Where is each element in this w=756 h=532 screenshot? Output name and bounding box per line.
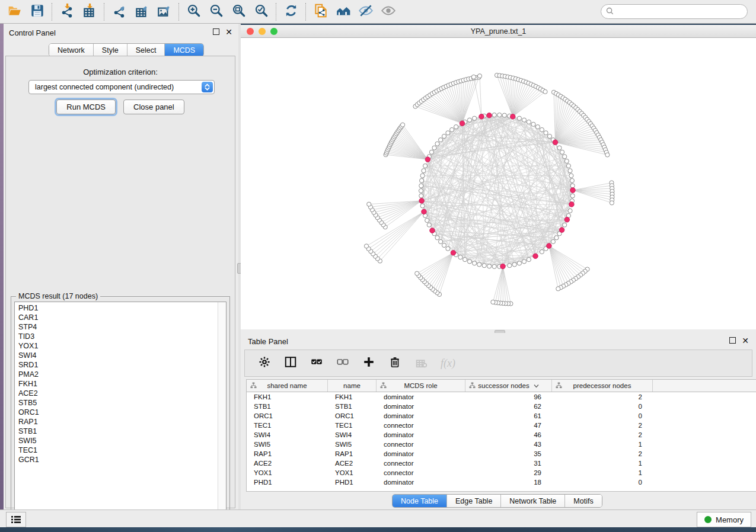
task-history-button[interactable] [6,512,26,527]
hide-selected-icon [358,3,374,21]
mcds-result-title: MCDS result (17 nodes) [16,292,100,300]
deselect-all-button[interactable] [336,355,349,371]
cell: connector [377,469,465,476]
zoom-out-button[interactable] [205,2,228,22]
first-neighbors-icon [336,3,351,21]
table-row[interactable]: RAP1RAP1dominator352 [247,449,756,459]
mcds-result-item[interactable]: TID3 [15,332,226,341]
table-row[interactable]: SWI4SWI4dominator462 [247,430,756,440]
cell: 46 [465,431,552,438]
column-label: predecessor nodes [573,382,631,389]
float-panel-icon[interactable] [213,28,219,35]
delete-row-button[interactable] [388,355,401,371]
mcds-result-item[interactable]: SWI5 [15,436,226,446]
zoom-selected-button[interactable] [250,2,273,22]
tab-style[interactable]: Style [93,44,127,56]
export-network-button[interactable] [108,2,130,22]
column-header-predecessor-nodes[interactable]: predecessor nodes [552,380,653,392]
mcds-list-scrollbar[interactable] [218,302,226,511]
zoom-fit-button[interactable] [228,2,250,22]
delete-row-icon [388,355,401,371]
mcds-result-item[interactable]: STB1 [15,427,226,436]
table-row[interactable]: SWI5SWI5connector431 [247,440,756,449]
import-table-button[interactable] [78,2,101,22]
network-canvas[interactable] [241,38,756,329]
mcds-result-item[interactable]: SWI4 [15,351,226,360]
close-table-panel-icon[interactable]: ✕ [742,338,749,344]
column-header-name[interactable]: name [328,380,377,392]
mcds-result-item[interactable]: RAP1 [15,417,226,427]
close-panel-button[interactable]: Close panel [123,100,184,114]
mcds-result-item[interactable]: PHD1 [15,303,226,313]
run-mcds-button[interactable]: Run MCDS [56,100,116,114]
mcds-result-item[interactable]: PMA2 [15,370,226,379]
table-row[interactable]: TEC1TEC1connector472 [247,421,756,430]
zoom-selected-icon [254,3,269,21]
show-all-button[interactable] [377,2,400,22]
list-icon [11,515,21,524]
columns-button[interactable] [284,355,297,371]
toolbar-separator [305,3,307,21]
duplicate-network-button[interactable] [310,2,332,22]
table-row[interactable]: PHD1PHD1dominator180 [247,477,756,487]
node-attribute-icon [556,382,562,390]
table-row[interactable]: FKH1FKH1dominator962 [247,392,756,402]
mcds-result-item[interactable]: GCR1 [15,455,226,464]
first-neighbors-button[interactable] [332,2,355,22]
sort-indicator-icon[interactable] [534,382,539,389]
tab-mcds[interactable]: MCDS [164,44,203,56]
mcds-result-item[interactable]: FKH1 [15,379,226,389]
search-box[interactable] [601,4,748,19]
table-row[interactable]: ORC1ORC1dominator610 [247,411,756,421]
memory-button[interactable]: Memory [697,512,751,527]
select-all-button[interactable] [310,355,323,371]
mcds-result-item[interactable]: ACE2 [15,389,226,398]
export-table-button[interactable] [130,2,153,22]
network-graph [241,38,756,329]
table-tab-motifs[interactable]: Motifs [564,495,601,507]
mcds-result-item[interactable]: YOX1 [15,341,226,351]
cell: 1 [552,441,653,448]
mcds-result-item[interactable]: STP4 [15,322,226,332]
save-session-button[interactable] [26,2,49,22]
network-window-titlebar[interactable]: YPA_prune.txt_1 [241,25,756,38]
cell: FKH1 [328,393,377,400]
settings-button[interactable] [258,355,271,371]
table-tabs: Node TableEdge TableNetwork TableMotifs [392,494,602,508]
mcds-result-item[interactable]: CAR1 [15,313,226,322]
table-tab-network-table[interactable]: Network Table [500,495,564,507]
import-table-icon [82,3,97,21]
mcds-result-item[interactable]: STB5 [15,398,226,408]
refresh-button[interactable] [280,2,302,22]
node-attribute-icon [469,382,476,390]
column-header-successor-nodes[interactable]: successor nodes [465,380,552,392]
control-panel-title: Control Panel [9,28,56,37]
close-panel-icon[interactable]: ✕ [225,29,232,35]
mcds-result-list[interactable]: PHD1CAR1STP4TID3YOX1SWI4SRD1PMA2FKH1ACE2… [14,302,227,512]
optimization-dropdown[interactable]: largest connected component (undirected) [28,80,215,94]
table-tab-node-table[interactable]: Node Table [393,495,446,507]
tab-network[interactable]: Network [49,44,93,56]
table-tab-edge-table[interactable]: Edge Table [446,495,500,507]
mcds-result-item[interactable]: SRD1 [15,360,226,370]
mcds-result-item[interactable]: ORC1 [15,408,226,417]
open-file-button[interactable] [4,2,26,22]
table-row[interactable]: YOX1YOX1connector291 [247,468,756,477]
mcds-result-item[interactable]: TEC1 [15,446,226,455]
desktop-bottom-strip [0,527,756,532]
column-header-shared-name[interactable]: shared name [247,380,328,392]
float-table-panel-icon[interactable] [729,337,736,344]
table-row[interactable]: STB1STB1dominator620 [247,402,756,411]
import-network-button[interactable] [56,2,78,22]
add-row-icon [362,355,375,371]
tab-select[interactable]: Select [127,44,165,56]
export-image-button[interactable] [153,2,176,22]
main-toolbar [0,0,756,24]
hide-selected-button[interactable] [355,2,377,22]
column-header-MCDS-role[interactable]: MCDS role [377,380,465,392]
search-input[interactable] [617,7,738,17]
table-row[interactable]: ACE2ACE2connector311 [247,459,756,468]
table-panel: Table Panel ✕ f(x) shared namenameMCDS r… [241,333,756,511]
zoom-in-button[interactable] [183,2,205,22]
add-row-button[interactable] [362,355,375,371]
